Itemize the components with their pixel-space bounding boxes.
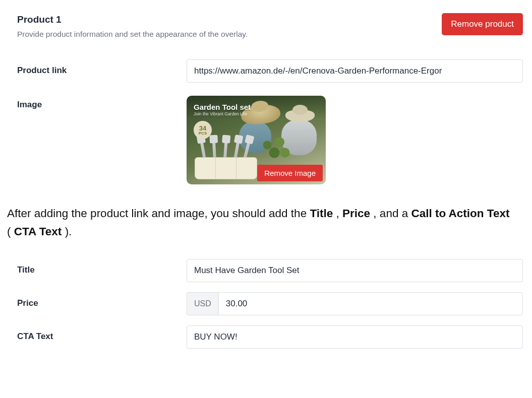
- product-link-input[interactable]: [187, 59, 523, 83]
- instruction-part: ,: [336, 207, 343, 220]
- price-input[interactable]: [218, 292, 523, 315]
- control-image: Garden Tool set Join the Vibrant Garden …: [187, 96, 523, 184]
- control-title: [187, 259, 523, 282]
- price-input-group: USD: [187, 292, 523, 315]
- row-product-link: Product link: [17, 59, 523, 83]
- section-title: Product 1: [17, 13, 248, 27]
- control-cta: [187, 325, 523, 349]
- instruction-part: (: [7, 225, 11, 238]
- instruction-bold-cta-short: CTA Text: [14, 225, 62, 238]
- remove-product-button[interactable]: Remove product: [442, 13, 523, 35]
- title-input[interactable]: [187, 259, 523, 282]
- row-title: Title: [17, 259, 523, 282]
- image-figure: [285, 110, 315, 122]
- control-price: USD: [187, 292, 523, 315]
- badge-unit: PCS: [199, 131, 207, 136]
- label-cta: CTA Text: [17, 325, 187, 343]
- image-overlay-title: Garden Tool set: [194, 102, 251, 112]
- badge-number: 34: [199, 125, 206, 131]
- instruction-bold-cta-long: Call to Action Text: [411, 207, 509, 220]
- currency-prefix: USD: [187, 292, 218, 315]
- instruction-text: After adding the product link and image,…: [7, 205, 516, 241]
- section-header-text: Product 1 Provide product information an…: [17, 13, 248, 39]
- instruction-bold-price: Price: [342, 207, 370, 220]
- remove-image-button[interactable]: Remove Image: [257, 165, 323, 181]
- cta-input[interactable]: [187, 325, 523, 349]
- row-cta: CTA Text: [17, 325, 523, 349]
- image-figure: [191, 145, 261, 181]
- label-title: Title: [17, 259, 187, 276]
- row-image: Image Garden Tool set Join the Vibrant G…: [17, 96, 523, 184]
- label-product-link: Product link: [17, 59, 187, 77]
- instruction-part: After adding the product link and image,…: [7, 207, 310, 220]
- label-price: Price: [17, 292, 187, 309]
- instruction-bold-title: Title: [310, 207, 333, 220]
- label-image: Image: [17, 96, 187, 111]
- row-price: Price USD: [17, 292, 523, 315]
- control-product-link: [187, 59, 523, 83]
- section-subtitle: Provide product information and set the …: [17, 29, 248, 40]
- instruction-part: , and a: [373, 207, 411, 220]
- image-figure: [260, 136, 295, 166]
- image-overlay-subtitle: Join the Vibrant Garden Life: [194, 111, 247, 117]
- instruction-part: ).: [65, 225, 72, 238]
- product-image-preview: Garden Tool set Join the Vibrant Garden …: [187, 96, 326, 184]
- section-header: Product 1 Provide product information an…: [17, 13, 523, 39]
